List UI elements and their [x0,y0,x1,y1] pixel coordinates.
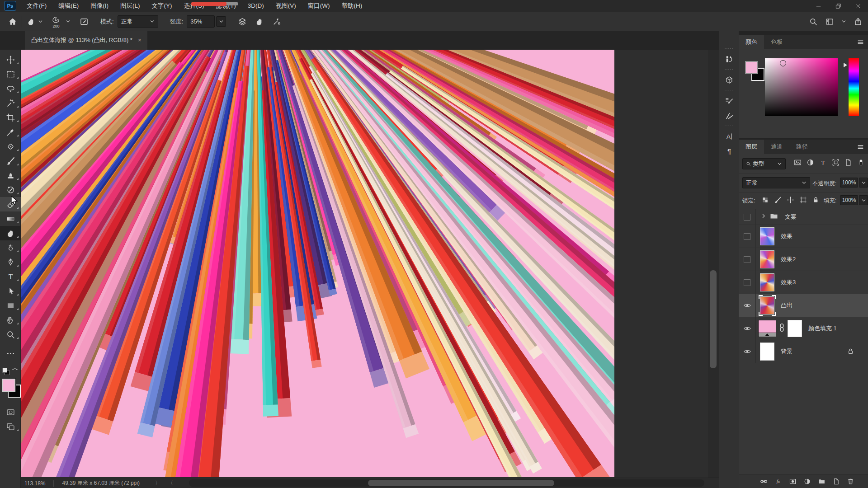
layers-panel-tab-路径[interactable]: 路径 [789,140,815,154]
new-layer-icon[interactable] [832,478,840,486]
maximize-button[interactable] [828,0,848,12]
close-button[interactable] [848,0,868,12]
type-tool[interactable]: T [0,269,21,284]
visibility-toggle[interactable] [739,271,756,294]
path-select-tool[interactable] [0,284,21,298]
fill-chevron[interactable] [859,195,868,205]
color-panel-tab-色板[interactable]: 色板 [764,35,789,49]
workspace-switcher[interactable] [825,17,834,26]
vertical-scrollbar[interactable] [708,50,719,478]
mode-dropdown[interactable]: 正常 [118,15,158,28]
panel-menu-icon[interactable] [857,38,864,46]
filter-type-icon[interactable]: T [819,158,827,169]
brush-settings-panel-icon[interactable] [719,93,739,108]
filter-adjustment-icon[interactable] [806,158,815,169]
lasso-tool[interactable] [0,81,21,96]
lock-transparency-icon[interactable] [761,196,769,206]
swap-colors-icon[interactable] [11,367,19,374]
search-icon[interactable] [809,17,818,26]
healing-brush-tool[interactable] [0,139,21,154]
brush-tool[interactable] [0,154,21,168]
horizontal-scrollbar-thumb[interactable] [368,480,554,486]
status-chevron-left[interactable]: 〈 [168,479,173,487]
opacity-chevron[interactable] [859,178,868,188]
sample-all-layers-toggle[interactable] [238,17,247,26]
menu-item-8[interactable]: 视图(V) [270,0,302,12]
lock-image-icon[interactable] [774,196,782,206]
finger-painting-toggle[interactable] [255,17,264,26]
filter-type-dropdown[interactable]: 类型 [742,158,786,169]
layer-row-颜色填充 1[interactable]: 颜色填充 1 [739,317,868,340]
layer-mask-thumbnail[interactable] [788,320,802,337]
panel-group-grip[interactable] [724,69,734,70]
link-icon[interactable] [760,478,768,486]
gradient-tool[interactable] [0,211,21,226]
foreground-color-chip[interactable] [2,379,15,392]
color-picker-cursor[interactable] [780,60,786,66]
visibility-toggle[interactable] [739,225,756,248]
document-canvas[interactable] [21,50,614,477]
panel-menu-icon[interactable] [857,143,864,151]
history-panel-icon[interactable] [719,52,739,66]
filter-toggle-switch[interactable] [857,158,865,169]
visibility-toggle[interactable] [739,294,756,317]
panel-group-grip[interactable] [724,89,734,91]
panel-group-grip[interactable] [724,48,734,49]
strength-value-box[interactable]: 35% [187,15,215,28]
toggle-brush-panel-button[interactable] [80,17,89,26]
layer-thumbnail[interactable] [760,343,774,361]
zoom-tool[interactable] [0,327,21,342]
fill-layer-thumbnail[interactable] [758,320,776,337]
layer-row-凸出[interactable]: 凸出 [739,294,868,317]
zoom-level[interactable]: 113.18% [24,480,45,487]
visibility-toggle[interactable] [739,209,756,225]
menu-item-10[interactable]: 帮助(H) [335,0,368,12]
layer-thumbnail[interactable] [760,296,774,314]
lock-position-icon[interactable] [787,196,794,206]
brushes-panel-icon[interactable] [719,108,739,123]
fx-icon[interactable]: fx [774,478,782,486]
layer-row-效果3[interactable]: 效果3 [739,271,868,294]
mask-link-icon[interactable] [778,323,785,334]
share-button[interactable] [854,17,863,26]
layer-row-效果2[interactable]: 效果2 [739,248,868,271]
color-panel-tab-颜色[interactable]: 颜色 [739,35,764,49]
filter-frame-icon[interactable] [831,158,840,169]
home-button[interactable] [8,17,17,26]
screen-mode-button[interactable] [0,419,21,434]
move-tool[interactable] [0,52,21,67]
layers-panel-tab-图层[interactable]: 图层 [739,140,764,154]
menu-item-3[interactable]: 图层(L) [114,0,146,12]
workspace-chevron[interactable] [841,19,846,24]
add-mask-icon[interactable] [788,478,797,486]
strength-chevron[interactable] [216,16,226,27]
lock-all-icon[interactable] [812,196,820,206]
filter-smart-object-icon[interactable] [844,158,853,169]
blend-mode-dropdown[interactable]: 正常 [742,177,810,188]
menu-item-9[interactable]: 窗口(W) [302,0,336,12]
smudge-tool[interactable] [0,226,21,240]
visibility-checkbox[interactable] [744,256,750,263]
current-tool-button[interactable] [27,17,36,26]
layer-thumbnail[interactable] [760,273,774,291]
hand-tool[interactable] [0,313,21,327]
visibility-checkbox[interactable] [744,279,750,286]
opacity-value[interactable]: 100% [840,178,858,188]
visibility-checkbox[interactable] [744,233,750,240]
status-chevron-right[interactable]: 〉 [155,479,160,487]
layer-thumbnail[interactable] [760,227,774,245]
history-brush-tool[interactable] [0,183,21,197]
menu-item-7[interactable]: 3D(D) [242,0,270,12]
visibility-toggle[interactable] [739,248,756,271]
filter-image-icon[interactable] [793,158,802,169]
layer-row-文案[interactable]: 文案 [739,209,868,225]
hue-slider-marker[interactable] [844,63,847,67]
hue-slider[interactable] [849,58,859,116]
visibility-checkbox[interactable] [744,214,750,221]
properties-3d-panel-icon[interactable] [719,72,739,87]
marquee-tool[interactable] [0,67,21,81]
menu-item-1[interactable]: 编辑(E) [52,0,85,12]
menu-item-2[interactable]: 图像(I) [85,0,114,12]
layer-row-背景[interactable]: 背景 [739,340,868,363]
default-colors-icon[interactable] [2,368,9,375]
